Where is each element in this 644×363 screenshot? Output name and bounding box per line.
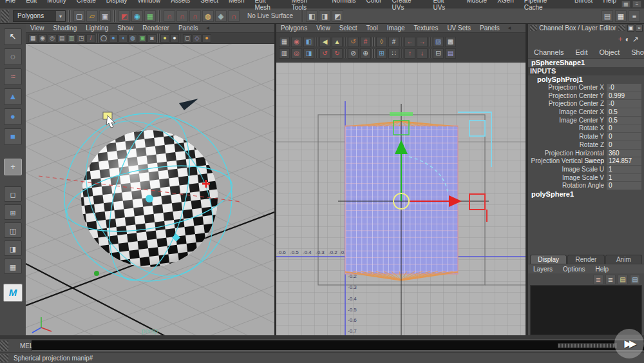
panel-menu-item[interactable]: View bbox=[312, 25, 335, 32]
unfold-uvs-icon[interactable]: ◊ bbox=[376, 37, 387, 47]
snap-grid-icon[interactable]: ∩ bbox=[164, 10, 175, 22]
toolbar-separator[interactable] bbox=[316, 49, 318, 58]
attribute-value-field[interactable]: -0 bbox=[607, 100, 641, 108]
cut-uv-edges-icon[interactable]: ⊘ bbox=[348, 48, 359, 59]
float-panel-button[interactable]: ▣ bbox=[627, 25, 634, 32]
panel-menu-item[interactable]: Image bbox=[383, 25, 410, 32]
channel-speed-icon[interactable]: ◐ bbox=[625, 35, 630, 44]
command-language-toggle[interactable]: MEL bbox=[11, 342, 32, 349]
attribute-value-field[interactable]: 1 bbox=[607, 166, 641, 174]
close-panel-button[interactable]: × bbox=[636, 25, 643, 32]
snap-magnet-icon[interactable]: ∩ bbox=[228, 10, 240, 22]
video-fast-forward-overlay[interactable]: ▶▶ bbox=[614, 329, 644, 358]
uv-smudge-tool-icon[interactable]: ◉ bbox=[291, 37, 302, 47]
show-modeling-toolkit-icon[interactable]: ▤ bbox=[601, 10, 613, 22]
channel-box-menu-item[interactable]: Object bbox=[593, 48, 625, 56]
menu-item[interactable]: Assets bbox=[166, 0, 195, 11]
select-object-icon[interactable]: ◉ bbox=[131, 10, 143, 22]
channel-box-menu-item[interactable]: Show bbox=[625, 48, 644, 56]
single-pane-layout-button[interactable]: ◻ bbox=[4, 186, 22, 202]
panel-menu-item[interactable]: Renderer bbox=[138, 25, 174, 32]
snap-point-icon[interactable]: ∩ bbox=[189, 10, 201, 22]
move-v-down-icon[interactable]: ↓ bbox=[417, 48, 428, 59]
tab-anim[interactable]: Anim bbox=[605, 255, 642, 264]
uv-view[interactable]: -0.6 -0.5 -0.4 -0.3 -0.2 -0.1 -0.2 -0.3 … bbox=[276, 63, 526, 335]
toolbar-separator[interactable] bbox=[96, 34, 99, 43]
toolbar-separator[interactable] bbox=[372, 49, 375, 58]
history-node-name[interactable]: polySphere1 bbox=[528, 190, 644, 199]
toolbar-divider[interactable] bbox=[113, 10, 116, 22]
attribute-value-field[interactable]: 0 bbox=[607, 141, 641, 150]
panel-menu-collapse-icon[interactable]: ◄ bbox=[504, 25, 515, 31]
panel-menu-item[interactable]: Panels bbox=[174, 25, 203, 32]
select-camera-icon[interactable]: ▦ bbox=[28, 34, 37, 43]
toolbar-separator[interactable] bbox=[429, 49, 431, 58]
menu-item[interactable]: Color bbox=[361, 0, 387, 11]
show-tool-settings-icon[interactable]: ≡ bbox=[629, 10, 640, 22]
image-plane-icon[interactable]: ▥ bbox=[67, 34, 76, 43]
panel-menu-item[interactable]: Show bbox=[113, 25, 138, 32]
panel-menu-item[interactable]: View bbox=[26, 25, 49, 32]
new-scene-icon[interactable]: ▢ bbox=[73, 10, 85, 22]
save-scene-icon[interactable]: ▣ bbox=[99, 10, 111, 22]
flip-v-icon[interactable]: ▲ bbox=[332, 37, 343, 47]
rotate-uvs-ccw-icon[interactable]: ↺ bbox=[348, 37, 359, 47]
menu-item[interactable]: Mesh bbox=[223, 0, 249, 11]
four-pane-layout-button[interactable]: ⊞ bbox=[4, 204, 22, 220]
toolbar-divider[interactable] bbox=[68, 10, 71, 22]
show-attribute-editor-icon[interactable]: ▦ bbox=[615, 10, 627, 22]
persp-outliner-layout-button[interactable]: ◫ bbox=[4, 222, 22, 238]
persp-viewport[interactable]: persp bbox=[26, 44, 274, 335]
panel-menu-item[interactable]: Tool bbox=[361, 25, 382, 32]
open-scene-icon[interactable]: ▱ bbox=[86, 10, 98, 22]
rotate-cw-icon[interactable]: ↻ bbox=[332, 48, 343, 59]
hide-all-layers-icon[interactable]: ≣ bbox=[593, 275, 603, 284]
panel-menu-item[interactable]: Textures bbox=[410, 25, 443, 32]
render-current-frame-icon[interactable]: ◨ bbox=[319, 10, 330, 22]
lighting-icon[interactable]: ● bbox=[160, 34, 169, 43]
move-u-left-icon[interactable]: ← bbox=[404, 37, 415, 47]
uv-lattice-edit-icon[interactable]: ▥ bbox=[279, 48, 290, 59]
panel-menu-item[interactable]: UV Sets bbox=[442, 25, 475, 32]
make-live-icon[interactable]: ◈ bbox=[215, 10, 227, 22]
attribute-value-field[interactable]: 0 bbox=[607, 182, 641, 190]
menu-grid-icon[interactable]: ≡ bbox=[632, 1, 641, 8]
toolbar-separator[interactable] bbox=[344, 49, 346, 58]
menu-item[interactable]: Bifrost bbox=[569, 0, 598, 11]
create-layer-from-selected-icon[interactable]: ▤ bbox=[630, 275, 640, 284]
distribute-uvs-icon[interactable]: ∷ bbox=[388, 48, 399, 59]
toggle-checker-icon[interactable]: ▩ bbox=[445, 37, 456, 47]
attribute-value-field[interactable]: -0 bbox=[607, 84, 641, 92]
toolbar-separator[interactable] bbox=[344, 37, 346, 46]
layer-editor-menu-item[interactable]: Layers bbox=[528, 266, 558, 273]
menu-item[interactable]: Muscle bbox=[461, 0, 492, 11]
green-dot-handle[interactable] bbox=[94, 271, 99, 276]
panel-menu-item[interactable]: Panels bbox=[475, 25, 504, 32]
toolbar-separator[interactable] bbox=[372, 37, 375, 46]
align-uvs-icon[interactable]: # bbox=[360, 37, 371, 47]
toolbar-separator[interactable] bbox=[401, 37, 403, 46]
attribute-value-field[interactable]: 0.5 bbox=[607, 117, 641, 125]
flat-shade-icon[interactable]: ◖ bbox=[118, 34, 128, 43]
uv-snapshot-icon[interactable]: ▨ bbox=[433, 37, 444, 47]
create-empty-layer-icon[interactable]: ▤ bbox=[618, 275, 628, 284]
flip-u-icon[interactable]: ◀ bbox=[319, 37, 330, 47]
menu-item[interactable]: Select bbox=[195, 0, 223, 11]
shape-node-name[interactable]: pSphereShape1 bbox=[528, 58, 644, 67]
layer-editor-menu-item[interactable]: Options bbox=[558, 266, 590, 273]
uv-sculpt-tool-icon[interactable]: ◎ bbox=[291, 48, 302, 59]
menu-item[interactable]: Edit bbox=[21, 0, 42, 11]
xray-icon[interactable]: ◇ bbox=[193, 34, 202, 43]
toolbar-separator[interactable] bbox=[157, 34, 160, 43]
rotate-ccw-icon[interactable]: ↺ bbox=[319, 48, 330, 59]
command-line-grip[interactable] bbox=[0, 340, 8, 351]
show-manipulator-tool[interactable]: + bbox=[4, 159, 22, 175]
select-tool[interactable]: ↖ bbox=[4, 28, 22, 45]
rotate-tool[interactable]: ● bbox=[4, 108, 22, 125]
toolbar-divider[interactable] bbox=[301, 10, 303, 22]
grease-pencil-icon[interactable]: / bbox=[86, 34, 95, 43]
panel-menu-item[interactable]: Lighting bbox=[81, 25, 113, 32]
two-d-pan-zoom-icon[interactable]: ◳ bbox=[77, 34, 86, 43]
top-handle[interactable] bbox=[390, 112, 413, 116]
wireframe-icon[interactable]: ◯ bbox=[99, 34, 108, 43]
